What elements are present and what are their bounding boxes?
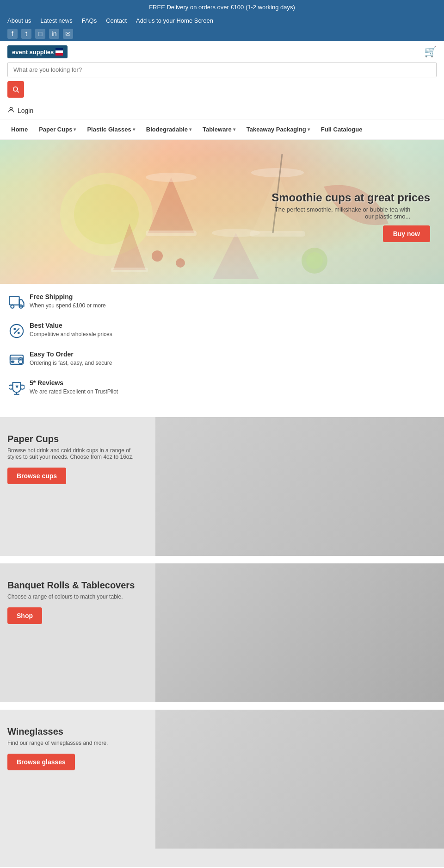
feature-free-shipping: Free Shipping When you spend £100 or mor… xyxy=(7,293,437,312)
shop-banquet-button[interactable]: Shop xyxy=(7,607,42,624)
chevron-down-icon: ▾ xyxy=(189,127,191,132)
feature-value-text: Best Value Competitive and wholesale pri… xyxy=(30,322,112,337)
cart-icon[interactable]: 🛒 xyxy=(424,46,437,58)
feature-order-text: Easy To Order Ordering is fast, easy, an… xyxy=(30,350,112,366)
logo-area: event supplies xyxy=(7,45,68,58)
nav-paper-cups[interactable]: Paper Cups ▾ xyxy=(33,119,81,139)
nav-home[interactable]: Home xyxy=(6,119,33,139)
nav-contact[interactable]: Contact xyxy=(106,17,127,24)
wineglasses-section: Wineglasses Find our range of wineglasse… xyxy=(0,710,444,849)
svg-line-1 xyxy=(17,91,19,93)
login-bar: Login xyxy=(0,102,444,119)
wineglasses-title: Wineglasses xyxy=(7,726,437,737)
svg-rect-9 xyxy=(111,268,148,272)
hero-subtitle: The perfect smoothie, milkshake or bubbl… xyxy=(271,206,410,220)
chevron-down-icon: ▾ xyxy=(308,127,310,132)
feature-easy-order: Easy To Order Ordering is fast, easy, an… xyxy=(7,350,437,369)
svg-point-15 xyxy=(306,252,323,269)
svg-rect-5 xyxy=(146,231,197,236)
nav-bar: About us Latest news FAQs Contact Add us… xyxy=(0,14,444,27)
search-button[interactable] xyxy=(7,81,24,98)
main-nav: Home Paper Cups ▾ Plastic Glasses ▾ Biod… xyxy=(0,119,444,140)
nav-biodegradable[interactable]: Biodegradable ▾ xyxy=(141,119,197,139)
feature-reviews-title: 5* Reviews xyxy=(30,379,118,387)
feature-shipping-desc: When you spend £100 or more xyxy=(30,302,106,309)
svg-text:★: ★ xyxy=(15,384,19,389)
feature-shipping-title: Free Shipping xyxy=(30,293,106,300)
nav-faqs[interactable]: FAQs xyxy=(82,17,97,24)
nav-tableware[interactable]: Tableware ▾ xyxy=(197,119,241,139)
person-icon xyxy=(7,106,15,115)
svg-point-21 xyxy=(14,328,15,330)
svg-point-22 xyxy=(18,332,19,334)
login-link[interactable]: Login xyxy=(18,107,33,114)
browse-glasses-button[interactable]: Browse glasses xyxy=(7,754,75,770)
svg-rect-25 xyxy=(12,361,14,362)
search-input[interactable] xyxy=(8,62,436,77)
search-icon xyxy=(12,86,19,93)
feature-order-title: Easy To Order xyxy=(30,350,112,358)
svg-point-13 xyxy=(212,229,260,237)
feature-value-desc: Competitive and wholesale prices xyxy=(30,331,112,337)
lock-card-icon xyxy=(7,350,26,369)
percent-icon xyxy=(7,322,26,340)
chevron-down-icon: ▾ xyxy=(74,127,76,132)
svg-point-17 xyxy=(11,305,14,308)
chevron-down-icon: ▾ xyxy=(233,127,235,132)
banquet-rolls-desc: Choose a range of colours to match your … xyxy=(7,593,146,600)
nav-plastic-glasses[interactable]: Plastic Glasses ▾ xyxy=(81,119,140,139)
svg-point-8 xyxy=(176,258,185,268)
nav-news[interactable]: Latest news xyxy=(40,17,72,24)
feature-best-value: Best Value Competitive and wholesale pri… xyxy=(7,322,437,340)
banquet-rolls-section: Banquet Rolls & Tablecovers Choose a ran… xyxy=(0,563,444,702)
paper-cups-section: Paper Cups Browse hot drink and cold dri… xyxy=(0,417,444,556)
chevron-down-icon: ▾ xyxy=(133,127,135,132)
top-banner-text: FREE Delivery on orders over £100 (1-2 w… xyxy=(149,4,295,11)
twitter-icon[interactable]: t xyxy=(21,29,31,39)
linkedin-icon[interactable]: in xyxy=(49,29,59,39)
social-icons-bar: f t □ in ✉ xyxy=(0,27,444,41)
hero-title: Smoothie cups at great prices xyxy=(271,191,430,204)
nav-takeaway-packaging[interactable]: Takeaway Packaging ▾ xyxy=(241,119,315,139)
search-bar xyxy=(7,62,437,77)
facebook-icon[interactable]: f xyxy=(7,29,18,39)
email-icon[interactable]: ✉ xyxy=(63,29,73,39)
nav-full-catalogue[interactable]: Full Catalogue xyxy=(315,119,368,139)
svg-point-0 xyxy=(13,87,18,91)
paper-cups-title: Paper Cups xyxy=(7,434,437,444)
logo-text: event supplies xyxy=(12,49,54,56)
svg-point-6 xyxy=(146,173,197,182)
feature-reviews: ★ 5* Reviews We are rated Excellent on T… xyxy=(7,379,437,398)
features-section: Free Shipping When you spend £100 or mor… xyxy=(0,284,444,417)
wineglasses-desc: Find our range of wineglasses and more. xyxy=(7,740,146,746)
truck-icon xyxy=(7,293,26,312)
feature-reviews-text: 5* Reviews We are rated Excellent on Tru… xyxy=(30,379,118,395)
svg-rect-16 xyxy=(9,296,19,305)
paper-cups-desc: Browse hot drink and cold drink cups in … xyxy=(7,447,146,460)
header: event supplies 🛒 xyxy=(0,41,444,58)
instagram-icon[interactable]: □ xyxy=(35,29,45,39)
search-row xyxy=(0,58,444,81)
feature-reviews-desc: We are rated Excellent on TrustPilot xyxy=(30,388,118,395)
svg-point-2 xyxy=(10,107,12,110)
banquet-rolls-title: Banquet Rolls & Tablecovers xyxy=(7,580,437,591)
hero-text-block: Smoothie cups at great prices The perfec… xyxy=(271,191,430,242)
trophy-icon: ★ xyxy=(7,379,26,398)
feature-shipping-text: Free Shipping When you spend £100 or mor… xyxy=(30,293,106,309)
logo: event supplies xyxy=(7,45,68,58)
feature-order-desc: Ordering is fast, easy, and secure xyxy=(30,360,112,366)
page-end xyxy=(0,849,444,867)
svg-point-7 xyxy=(152,250,163,262)
nav-homescreen[interactable]: Add us to your Home Screen xyxy=(136,17,213,24)
nav-about[interactable]: About us xyxy=(7,17,31,24)
svg-point-10 xyxy=(251,168,304,177)
browse-cups-button[interactable]: Browse cups xyxy=(7,468,66,484)
top-banner: FREE Delivery on orders over £100 (1-2 w… xyxy=(0,0,444,14)
uk-flag-icon xyxy=(56,48,63,56)
hero-banner: Smoothie cups at great prices The perfec… xyxy=(0,140,444,284)
feature-value-title: Best Value xyxy=(30,322,112,329)
hero-buy-now-button[interactable]: Buy now xyxy=(383,225,430,242)
